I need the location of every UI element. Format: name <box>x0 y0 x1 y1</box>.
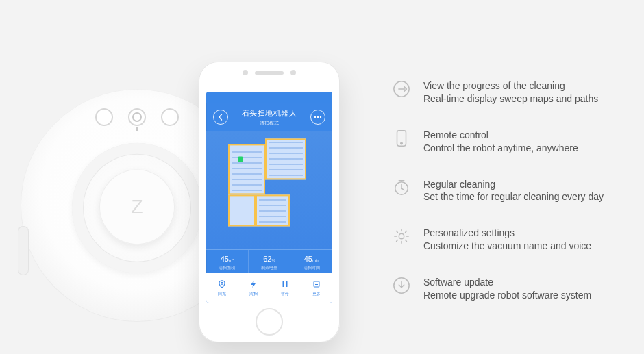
toolbar-pause-button[interactable]: 暂停 <box>269 273 301 303</box>
stat-value: 45 <box>221 255 229 263</box>
feature-title: Personalized settings <box>423 227 591 240</box>
stats-bar: 45m² 清扫面积 62% 剩余电量 45min 清扫时间 <box>206 249 332 273</box>
dock-marker-icon <box>238 156 243 162</box>
feature-title: Remote control <box>423 129 578 142</box>
remote-icon <box>392 129 411 148</box>
stat-area: 45m² 清扫面积 <box>206 250 248 273</box>
map-room <box>256 194 290 226</box>
feature-title: View the progress of the cleaning <box>423 79 598 92</box>
stat-time: 45min 清扫时间 <box>290 250 332 273</box>
stat-value: 62 <box>263 255 271 263</box>
robot-button-home-icon <box>95 108 113 126</box>
feature-title: Regular cleaning <box>423 178 604 191</box>
app-title: 石头扫地机器人 <box>228 108 310 118</box>
feature-item: Regular cleaning Set the time for regula… <box>392 178 622 204</box>
stat-unit: % <box>271 258 275 262</box>
phone-sensor-dot <box>290 70 296 75</box>
robot-wheel-left <box>18 226 29 275</box>
svg-point-3 <box>221 282 223 284</box>
stat-label: 清扫时间 <box>304 265 320 271</box>
floorplan <box>228 138 310 234</box>
stat-label: 剩余电量 <box>261 265 277 271</box>
toolbar-clean-button[interactable]: 清扫 <box>238 273 269 303</box>
feature-desc: Customize the vacuum name and voice <box>423 240 591 253</box>
phone-home-button <box>256 308 283 336</box>
svg-rect-4 <box>283 281 285 287</box>
stat-unit: min <box>312 258 319 262</box>
feature-desc: Real-time display sweep maps and paths <box>423 92 598 105</box>
svg-point-1 <box>317 116 319 118</box>
svg-point-2 <box>320 116 321 118</box>
feature-desc: Set the time for regular cleaning every … <box>423 190 604 203</box>
sweep-map[interactable] <box>206 131 332 249</box>
progress-icon <box>392 79 411 99</box>
list-icon <box>311 279 322 290</box>
more-button[interactable] <box>310 110 325 125</box>
stat-unit: m² <box>229 258 234 262</box>
feature-item: Software update Remote upgrade robot sof… <box>392 276 622 302</box>
phone-sensor-bar <box>243 70 296 75</box>
app-header: 石头扫地机器人 清扫模式 <box>206 103 332 131</box>
pause-icon <box>280 279 290 290</box>
toolbar-label: 清扫 <box>249 291 258 297</box>
robot-lidar-core: Z <box>99 169 175 244</box>
feature-item: Remote control Control the robot anytime… <box>392 129 622 155</box>
back-button[interactable] <box>213 110 228 125</box>
download-icon <box>392 276 411 295</box>
toolbar-label: 更多 <box>312 291 321 297</box>
bottom-toolbar: 回充 清扫 暂停 更多 <box>206 273 332 303</box>
feature-title: Software update <box>423 276 591 289</box>
svg-point-9 <box>401 142 403 144</box>
map-room <box>228 194 256 226</box>
clock-icon <box>392 178 411 197</box>
gear-icon <box>392 227 411 246</box>
robot-button-power-icon <box>128 108 146 126</box>
phone-mockup: 石头扫地机器人 清扫模式 45m² 清扫面积 62% 剩余电量 <box>199 62 340 342</box>
feature-item: Personalized settings Customize the vacu… <box>392 227 622 253</box>
stat-label: 清扫面积 <box>219 265 235 271</box>
robot-top-buttons <box>95 108 179 126</box>
phone-status-bar <box>206 92 332 103</box>
feature-desc: Remote upgrade robot software system <box>423 289 591 302</box>
location-pin-icon <box>216 279 227 290</box>
map-room <box>265 138 306 179</box>
toolbar-recharge-button[interactable]: 回充 <box>206 273 238 303</box>
robot-button-spot-icon <box>161 108 179 126</box>
toolbar-label: 暂停 <box>281 291 289 297</box>
phone-speaker <box>255 71 284 75</box>
svg-rect-5 <box>286 281 288 287</box>
svg-point-0 <box>314 116 316 118</box>
bolt-icon <box>248 279 259 290</box>
toolbar-label: 回充 <box>218 291 226 297</box>
chevron-left-icon <box>217 114 224 121</box>
svg-point-11 <box>399 234 404 239</box>
feature-list: View the progress of the cleaning Real-t… <box>392 79 622 302</box>
feature-item: View the progress of the cleaning Real-t… <box>392 79 622 105</box>
toolbar-more-button[interactable]: 更多 <box>301 273 332 303</box>
app-subtitle: 清扫模式 <box>228 120 310 127</box>
phone-camera-dot <box>243 70 248 75</box>
more-horizontal-icon <box>314 116 322 118</box>
phone-screen: 石头扫地机器人 清扫模式 45m² 清扫面积 62% 剩余电量 <box>206 92 332 303</box>
stat-battery: 62% 剩余电量 <box>248 250 290 273</box>
feature-desc: Control the robot anytime, anywhere <box>423 142 578 155</box>
map-room <box>228 144 265 194</box>
stat-value: 45 <box>304 255 312 263</box>
